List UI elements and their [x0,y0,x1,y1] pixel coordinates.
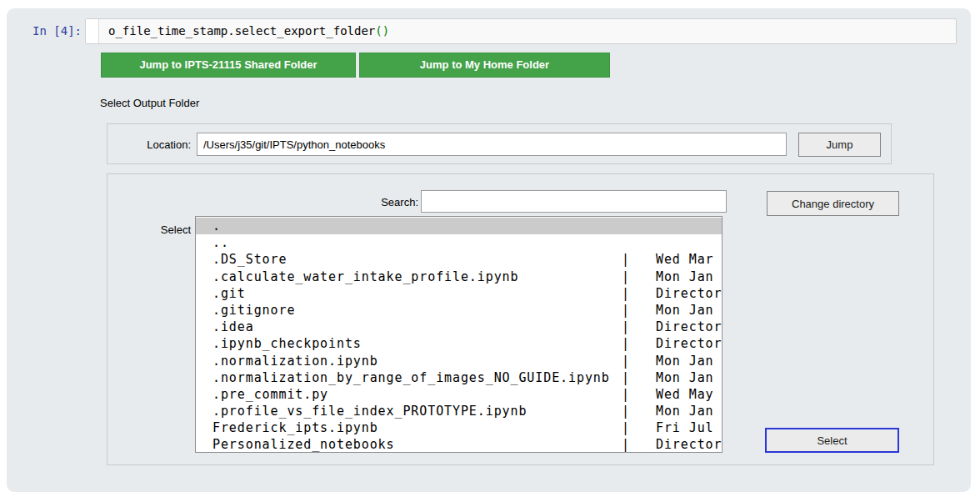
file-pipe: | [622,319,630,335]
jump-to-shared-folder-button[interactable]: Jump to IPTS-21115 Shared Folder [101,53,356,78]
file-pipe: | [622,335,630,352]
file-name: .gitignore [196,303,295,318]
location-input[interactable] [197,133,787,156]
file-pipe: | [622,353,630,369]
file-name: Frederick_ipts.ipynb [196,420,378,435]
notebook-cell: In [4]: o_file_time_stamp.select_export_… [7,8,971,492]
file-list[interactable]: ....DS_Store|Wed Mar.calculate_water_int… [195,216,722,453]
file-info: Wed Mar [656,251,714,268]
file-pipe: | [622,285,630,302]
file-name: .idea [196,319,254,334]
file-list-item[interactable]: .pre_commit.py|Wed May [196,386,722,403]
file-info: Mon Jan [656,403,714,419]
file-pipe: | [622,386,630,403]
code-gutter [86,19,99,43]
file-info: Mon Jan [656,353,714,369]
file-list-item[interactable]: . [196,218,722,234]
code-parentheses: () [375,24,389,38]
file-info: Fri Jul [656,419,714,436]
file-info: Mon Jan [656,302,714,319]
code-input-area[interactable]: o_file_time_stamp.select_export_folder() [85,18,957,44]
file-name: .calculate_water_intake_profile.ipynb [196,269,518,284]
search-input[interactable] [421,190,727,213]
file-pipe: | [622,302,630,319]
file-info: Director [656,319,722,335]
file-info: Wed May [656,386,714,403]
cell-input-prompt: In [4]: [7,24,82,38]
file-name: .. [196,235,229,250]
file-list-item[interactable]: .normalization_by_range_of_images_NO_GUI… [196,369,722,386]
file-name: . [196,218,221,233]
file-info: Mon Jan [656,269,714,285]
file-list-item[interactable]: .calculate_water_intake_profile.ipynb|Mo… [196,269,722,285]
file-list-item[interactable]: .. [196,234,722,251]
file-list-item[interactable]: .normalization.ipynb|Mon Jan [196,353,722,369]
file-info: Director [656,436,722,453]
file-list-item[interactable]: .ipynb_checkpoints|Director [196,335,722,352]
file-list-item[interactable]: .git|Director [196,285,722,302]
file-name: .pre_commit.py [196,387,328,402]
file-list-item[interactable]: .DS_Store|Wed Mar [196,251,722,268]
search-label: Search: [335,196,418,208]
file-info: Director [656,285,722,302]
file-pipe: | [622,403,630,419]
select-button[interactable]: Select [765,428,899,453]
file-pipe: | [622,419,630,436]
file-name: .git [196,286,246,301]
code-text: o_file_time_stamp.select_export_folder [108,24,375,38]
file-name: .DS_Store [196,252,287,267]
select-list-label: Select [128,223,191,236]
file-pipe: | [622,269,630,285]
file-list-item[interactable]: Personalized_notebooks|Director [196,436,722,453]
file-pipe: | [622,369,630,386]
jump-to-home-folder-button[interactable]: Jump to My Home Folder [359,53,610,78]
file-browser-panel: Search: Change directory Select ....DS_S… [107,173,934,465]
file-list-item[interactable]: .gitignore|Mon Jan [196,302,722,319]
file-list-item[interactable]: .profile_vs_file_index_PROTOTYPE.ipynb|M… [196,403,722,419]
location-panel: Location: Jump [107,123,892,164]
file-name: .profile_vs_file_index_PROTOTYPE.ipynb [196,404,527,419]
file-list-item[interactable]: Frederick_ipts.ipynb|Fri Jul [196,419,722,436]
file-pipe: | [622,251,630,268]
file-name: .ipynb_checkpoints [196,336,362,351]
file-list-item[interactable]: .idea|Director [196,319,722,335]
file-name: Personalized_notebooks [196,437,394,452]
change-directory-button[interactable]: Change directory [767,191,899,216]
file-name: .normalization.ipynb [196,354,378,369]
file-info: Director [656,335,722,352]
file-pipe: | [622,436,630,453]
file-name: .normalization_by_range_of_images_NO_GUI… [196,370,610,385]
select-output-folder-title: Select Output Folder [100,97,199,109]
location-label: Location: [108,138,191,151]
file-info: Mon Jan [656,369,714,386]
code-line[interactable]: o_file_time_stamp.select_export_folder() [99,19,389,43]
jump-button[interactable]: Jump [798,133,881,157]
